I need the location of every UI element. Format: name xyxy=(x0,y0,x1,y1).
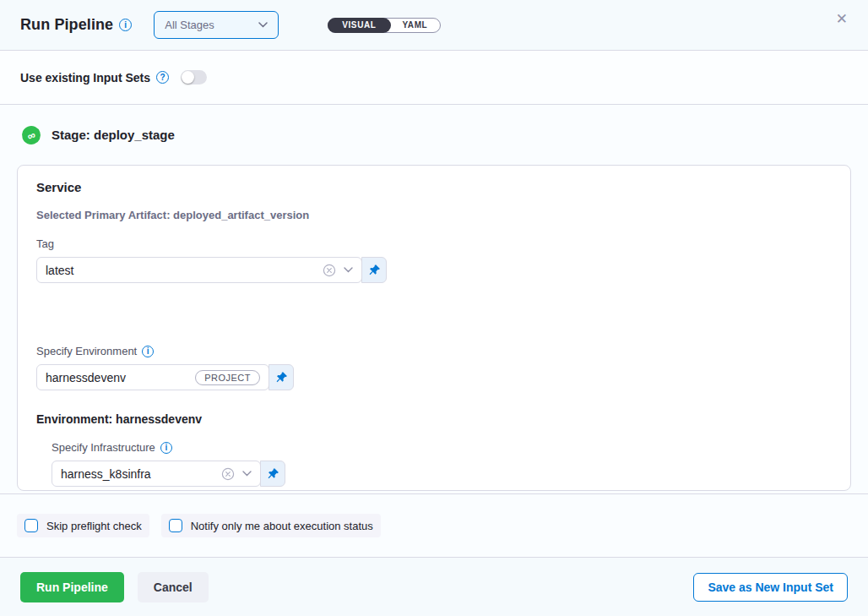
tag-pin-button[interactable] xyxy=(361,257,387,283)
tab-yaml[interactable]: YAML xyxy=(390,18,441,33)
tag-input[interactable] xyxy=(46,264,317,277)
pipeline-info-icon[interactable]: i xyxy=(119,19,132,31)
service-heading: Service xyxy=(36,180,832,194)
clear-icon[interactable] xyxy=(323,264,336,277)
chevron-down-icon[interactable] xyxy=(242,471,252,477)
page-title: Run Pipeline xyxy=(20,16,113,34)
modal-footer: Run Pipeline Cancel Save as New Input Se… xyxy=(0,558,868,616)
scope-badge: PROJECT xyxy=(195,370,260,385)
skip-preflight-checkbox[interactable] xyxy=(24,519,38,532)
clear-icon[interactable] xyxy=(221,467,235,481)
environment-label: Specify Environment xyxy=(36,345,137,357)
environment-heading: Environment: harnessdevenv xyxy=(36,412,832,426)
skip-preflight-option[interactable]: Skip preflight check xyxy=(17,514,149,537)
infrastructure-pin-button[interactable] xyxy=(260,461,285,487)
tag-label: Tag xyxy=(36,237,54,250)
infrastructure-input[interactable] xyxy=(61,467,216,481)
environment-input[interactable] xyxy=(46,371,195,384)
environment-input-wrap: PROJECT xyxy=(36,364,269,390)
chevron-down-icon xyxy=(258,22,268,28)
input-sets-toggle[interactable] xyxy=(181,70,207,84)
execution-options-row: Skip preflight check Notify only me abou… xyxy=(0,493,868,558)
modal-header: Run Pipeline i All Stages VISUAL YAML ✕ xyxy=(0,0,868,51)
close-icon[interactable]: ✕ xyxy=(833,8,851,30)
stage-header: ∞ Stage: deploy_stage xyxy=(17,105,851,165)
notify-me-checkbox[interactable] xyxy=(169,519,182,532)
skip-preflight-label: Skip preflight check xyxy=(46,520,142,532)
stage-title: Stage: deploy_stage xyxy=(52,128,175,142)
tag-field-block: Tag xyxy=(36,237,832,283)
pin-icon xyxy=(275,371,288,384)
environment-pin-button[interactable] xyxy=(269,364,294,390)
pin-icon xyxy=(267,467,279,480)
chevron-down-icon[interactable] xyxy=(344,267,353,273)
notify-me-label: Notify only me about execution status xyxy=(191,520,373,532)
stage-inputs-card: Service Selected Primary Artifact: deplo… xyxy=(17,165,851,491)
existing-input-sets-row: Use existing Input Sets ? xyxy=(0,51,868,105)
visual-yaml-toggle: VISUAL YAML xyxy=(328,18,441,33)
pin-icon xyxy=(368,264,381,276)
cd-stage-icon: ∞ xyxy=(19,123,43,146)
toggle-knob xyxy=(182,71,194,84)
main-content: ∞ Stage: deploy_stage Service Selected P… xyxy=(0,105,868,493)
tab-visual[interactable]: VISUAL xyxy=(328,18,390,33)
environment-field-block: Specify Environment i PROJECT xyxy=(36,345,832,390)
selected-artifact-text: Selected Primary Artifact: deployed_arti… xyxy=(36,209,832,221)
infrastructure-info-icon[interactable]: i xyxy=(160,442,172,454)
tag-input-wrap xyxy=(36,257,362,283)
stage-selector-dropdown[interactable]: All Stages xyxy=(154,11,279,39)
infrastructure-input-wrap xyxy=(52,461,261,487)
existing-input-sets-label: Use existing Input Sets xyxy=(20,71,150,84)
infrastructure-label: Specify Infrastructure xyxy=(52,441,155,454)
save-as-new-input-set-button[interactable]: Save as New Input Set xyxy=(693,573,848,602)
notify-me-option[interactable]: Notify only me about execution status xyxy=(161,514,381,537)
run-pipeline-modal: Run Pipeline i All Stages VISUAL YAML ✕ … xyxy=(0,0,868,616)
run-pipeline-button[interactable]: Run Pipeline xyxy=(20,572,124,602)
cancel-button[interactable]: Cancel xyxy=(138,572,209,602)
infrastructure-field-block: Specify Infrastructure i xyxy=(52,441,832,487)
environment-info-icon[interactable]: i xyxy=(142,346,154,357)
input-sets-help-icon[interactable]: ? xyxy=(156,71,169,84)
stage-selector-value: All Stages xyxy=(165,19,214,31)
